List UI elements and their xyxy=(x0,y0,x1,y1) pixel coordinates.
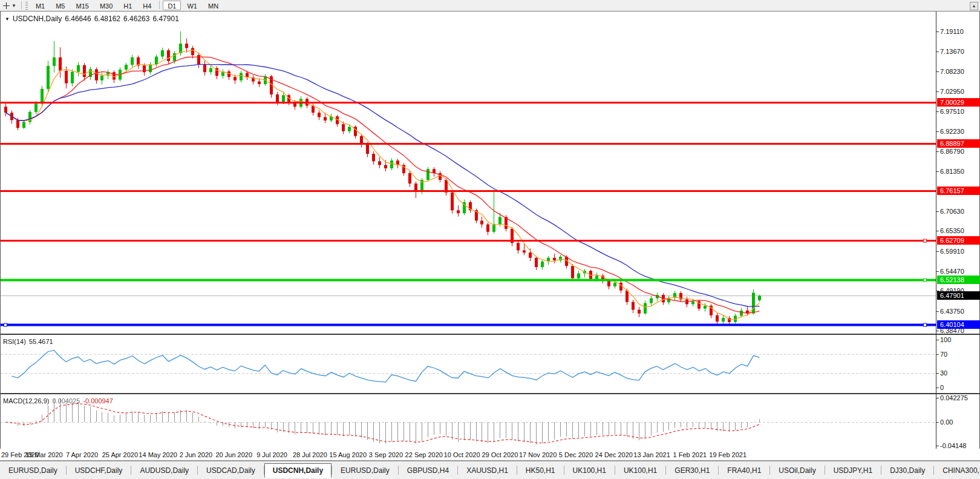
axis-tick xyxy=(936,388,939,388)
chart-tab-usdjpy-h1[interactable]: USDJPY,H1 xyxy=(825,463,881,478)
chart-tab-usdcnh-daily[interactable]: USDCNH,Daily xyxy=(264,463,332,478)
price-axis-label: 6.54470 xyxy=(940,268,964,275)
hline-price-tag: 6.62709 xyxy=(937,236,980,245)
rsi-axis-label: 0 xyxy=(940,384,944,391)
chart-tab-eurusd-daily[interactable]: EURUSD,Daily xyxy=(0,463,66,478)
price-axis-label: 7.13670 xyxy=(940,48,964,55)
toolbar-separator xyxy=(159,1,160,9)
macd-label: MACD(12,26,9) 0.004025 -0.000947 xyxy=(3,397,113,405)
rsi-axis-label: 70 xyxy=(940,351,947,358)
axis-tick xyxy=(936,398,939,398)
timeframe-button-mn[interactable]: MN xyxy=(203,1,223,10)
axis-tick xyxy=(936,131,939,132)
axis-tick xyxy=(936,31,939,32)
timeframe-button-h1[interactable]: H1 xyxy=(119,1,137,10)
crosshair-icon xyxy=(2,2,10,10)
tabs-holder: EURUSD,DailyUSDCHF,DailyAUDUSD,DailyUSDC… xyxy=(0,463,980,478)
panel-splitter[interactable] xyxy=(1,393,980,394)
date-axis-label: 2 Jun 2020 xyxy=(180,451,212,458)
rsi-name: RSI(14) xyxy=(3,338,26,345)
chart-area: ▼ USDCNH,Daily 6.46646 6.48162 6.46263 6… xyxy=(0,12,980,449)
price-axis-label: 6.97510 xyxy=(940,108,964,115)
chart-tab-uk100-h1[interactable]: UK100,H1 xyxy=(564,463,615,478)
chart-tab-usdcad-daily[interactable]: USDCAD,Daily xyxy=(198,463,264,478)
rsi-axis-label: 100 xyxy=(940,336,951,343)
open-value: 6.46646 xyxy=(65,15,91,23)
axis-tick xyxy=(936,354,939,355)
toolbar-drag-handle[interactable] xyxy=(25,2,28,10)
chart-tab-gbpusd-h4[interactable]: GBPUSD,H4 xyxy=(399,463,457,478)
axis-tick xyxy=(936,111,939,112)
timeframe-button-m30[interactable]: M30 xyxy=(95,1,117,10)
chart-tab-xauusd-h1[interactable]: XAUUSD,H1 xyxy=(458,463,517,478)
axis-tick xyxy=(936,373,939,374)
chart-tab-hk50-h1[interactable]: HK50,H1 xyxy=(517,463,564,478)
chart-tab-usdchf-daily[interactable]: USDCHF,Daily xyxy=(67,463,131,478)
date-axis[interactable]: 29 Feb 202019 Mar 20207 Apr 202025 Apr 2… xyxy=(0,449,980,461)
date-axis-label: 22 Sep 2020 xyxy=(405,451,443,458)
price-axis-label: 7.19110 xyxy=(940,28,964,35)
date-axis-label: 28 Jul 2020 xyxy=(293,451,327,458)
macd-axis-label: 0.042275 xyxy=(940,394,968,401)
date-axis-label: 5 Dec 2020 xyxy=(559,451,593,458)
timeframe-button-w1[interactable]: W1 xyxy=(182,1,202,10)
high-value: 6.48162 xyxy=(94,15,120,23)
axis-tick xyxy=(936,91,939,92)
date-axis-label: 9 Jul 2020 xyxy=(256,451,287,458)
axis-tick xyxy=(936,51,939,52)
mt4-window: ▼ M1M5M15M30H1H4D1W1MN ▲ ▼ USDCNH,Daily … xyxy=(0,0,980,479)
chart-tab-usoil-daily[interactable]: USOil,Daily xyxy=(770,463,824,478)
rsi-value: 55.4671 xyxy=(29,338,53,345)
toolbar-separator xyxy=(21,1,22,10)
price-axis-label: 6.81350 xyxy=(940,168,964,175)
date-axis-label: 10 Oct 2020 xyxy=(444,451,480,458)
hline-price-tag: 6.76157 xyxy=(937,187,980,195)
timeframe-toolbar: ▼ M1M5M15M30H1H4D1W1MN ▲ xyxy=(0,0,980,12)
price-axis-border xyxy=(936,12,936,449)
price-axis-label: 7.02950 xyxy=(940,88,964,95)
timeframe-button-m5[interactable]: M5 xyxy=(51,1,70,10)
chart-tab-ger30-h1[interactable]: GER30,H1 xyxy=(666,463,718,478)
timeframe-button-d1[interactable]: D1 xyxy=(163,1,181,10)
macd-main-value: 0.004025 xyxy=(52,397,80,405)
window-menu-icon[interactable]: ▼ xyxy=(5,16,10,22)
price-chart-canvas[interactable] xyxy=(1,12,936,334)
date-axis-label: 14 May 2020 xyxy=(139,451,177,458)
chart-tab-fra40-h1[interactable]: FRA40,H1 xyxy=(719,463,769,478)
macd-name: MACD(12,26,9) xyxy=(3,397,49,405)
date-axis-label: 19 Feb 2021 xyxy=(709,451,746,458)
chart-tab-uk100-h1[interactable]: UK100,H1 xyxy=(615,463,665,478)
panel-splitter[interactable] xyxy=(1,334,980,335)
date-axis-label: 3 Sep 2020 xyxy=(369,451,403,458)
chart-tab-eurusd-daily[interactable]: EURUSD,Daily xyxy=(332,463,398,478)
macd-chart-canvas[interactable] xyxy=(1,394,936,449)
axis-tick xyxy=(936,251,939,252)
chart-tab-bar: EURUSD,DailyUSDCHF,DailyAUDUSD,DailyUSDC… xyxy=(0,461,980,479)
symbol-label: USDCNH,Daily xyxy=(13,15,62,23)
chart-tab-audusd-daily[interactable]: AUDUSD,Daily xyxy=(131,463,197,478)
toolbar-overflow-button[interactable]: ▲ xyxy=(970,2,978,10)
axis-tick xyxy=(936,271,939,272)
chart-title: ▼ USDCNH,Daily 6.46646 6.48162 6.46263 6… xyxy=(5,15,179,23)
price-axis-label: 6.65350 xyxy=(940,227,964,234)
chart-tab-china300-h1[interactable]: CHINA300,H1 xyxy=(934,463,980,478)
axis-tick xyxy=(936,340,939,340)
date-axis-label: 15 Aug 2020 xyxy=(329,451,367,458)
timeframe-button-m15[interactable]: M15 xyxy=(71,1,93,10)
axis-tick xyxy=(936,422,939,423)
close-value: 6.47901 xyxy=(152,15,178,23)
date-axis-label: 7 Apr 2020 xyxy=(66,451,98,458)
axis-tick xyxy=(936,211,939,212)
timeframe-button-h4[interactable]: H4 xyxy=(138,1,156,10)
axis-tick xyxy=(936,446,939,446)
crosshair-tool-button[interactable]: ▼ xyxy=(0,1,19,11)
price-axis-label: 6.86790 xyxy=(940,148,964,155)
macd-axis-label: 0.00 xyxy=(940,418,953,426)
timeframe-button-m1[interactable]: M1 xyxy=(31,1,50,10)
price-axis-label: 6.70630 xyxy=(940,208,964,215)
macd-signal-value: -0.000947 xyxy=(83,397,113,405)
rsi-chart-canvas[interactable] xyxy=(1,335,936,393)
price-axis-label: 6.92230 xyxy=(940,128,964,135)
chart-tab-dj30-daily[interactable]: DJ30,Daily xyxy=(881,463,933,478)
date-axis-label: 20 Jun 2020 xyxy=(216,451,253,458)
